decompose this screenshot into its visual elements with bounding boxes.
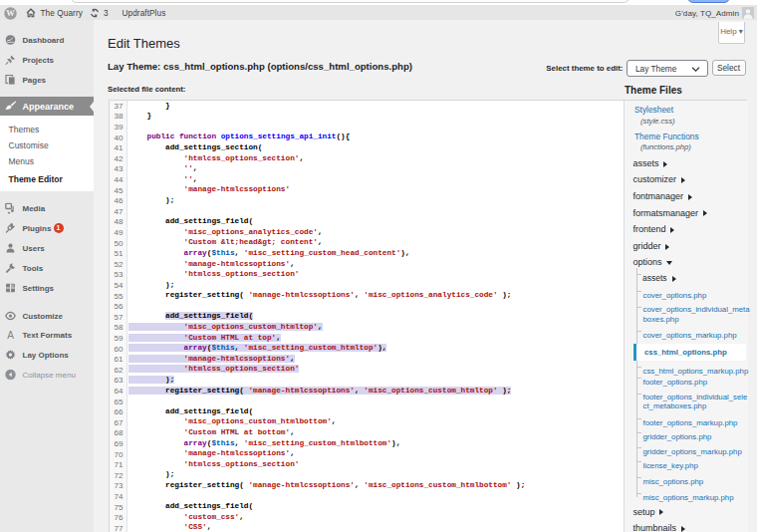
svg-text:W: W	[6, 8, 15, 18]
svg-text:A: A	[7, 329, 14, 340]
